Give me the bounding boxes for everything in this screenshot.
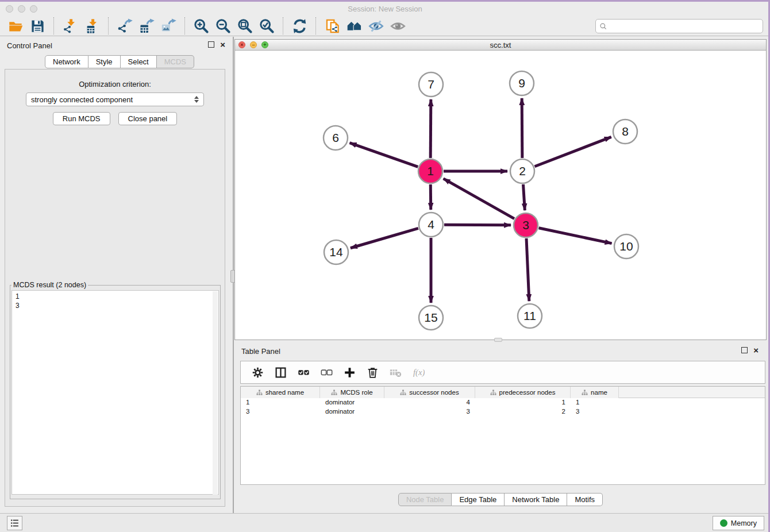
zoom-out-button[interactable] [212,17,234,35]
result-scrollbar[interactable] [213,291,218,495]
tab-mcds[interactable]: MCDS [157,55,194,68]
save-session-button[interactable] [26,17,48,35]
close-panel-icon[interactable]: × [220,41,225,48]
add-column-button[interactable] [340,363,359,381]
graph-node-15[interactable]: 15 [419,306,443,330]
edge-3-10[interactable] [539,228,612,244]
graph-node-14[interactable]: 14 [324,240,348,264]
tab-edge-table[interactable]: Edge Table [452,493,505,506]
tab-select[interactable]: Select [121,55,157,68]
mcds-result-text[interactable]: 13 [11,290,219,495]
task-history-button[interactable] [7,516,22,530]
memory-label: Memory [731,519,757,527]
float-table-panel-icon[interactable] [741,347,748,353]
table-cell[interactable]: 2 [475,407,571,417]
graph-node-2[interactable]: 2 [510,159,534,183]
toolbar-separator [184,17,185,34]
node-label: 7 [428,78,434,91]
graph-node-9[interactable]: 9 [510,71,534,95]
edge-1-6[interactable] [350,143,418,167]
table-cell[interactable]: 3 [384,407,475,417]
edge-3-11[interactable] [526,238,529,301]
column-header-successor-nodes[interactable]: successor nodes [384,387,475,398]
edge-4-3[interactable] [444,225,511,225]
search-input[interactable] [610,22,759,30]
graph-node-7[interactable]: 7 [419,72,443,97]
export-network-button[interactable] [114,17,136,35]
edge-2-8[interactable] [534,137,611,166]
tab-motifs[interactable]: Motifs [567,493,603,506]
export-table-button[interactable] [136,17,157,35]
split-columns-button[interactable] [271,363,290,381]
refresh-button[interactable] [288,17,310,35]
export-image-button[interactable] [157,17,179,35]
duplicate-network-icon [325,18,340,34]
graph-node-1[interactable]: 1 [418,159,442,183]
edge-3-1[interactable] [444,179,514,219]
tab-network[interactable]: Network [45,55,88,68]
table-cell[interactable]: 1 [475,398,571,407]
show-all-button[interactable] [387,17,409,35]
edge-2-9[interactable] [522,98,522,158]
table-cell[interactable]: 4 [384,398,475,407]
panel-splitter[interactable] [233,37,234,513]
node-label: 8 [622,125,629,138]
split-columns-icon [275,367,287,379]
network-window: × – + scc.txt 1234678910111415 [234,39,767,340]
table-cell[interactable]: dominator [320,407,384,417]
column-header-mcds-role[interactable]: MCDS role [320,387,384,398]
table-cell[interactable]: 3 [571,407,619,417]
tab-node-table[interactable]: Node Table [398,493,452,506]
criterion-dropdown[interactable]: strongly connected component [26,92,204,106]
graph-node-3[interactable]: 3 [514,213,538,237]
gear-button[interactable] [248,363,267,381]
column-header-shared-name[interactable]: shared name [241,387,320,398]
close-panel-button[interactable]: Close panel [118,112,178,125]
delete-table-button [386,363,405,381]
memory-button[interactable]: Memory [713,516,764,530]
tab-network-table[interactable]: Network Table [505,493,567,506]
import-table-button[interactable] [81,17,103,35]
node-label: 6 [332,131,339,144]
table-cell[interactable]: dominator [320,398,384,407]
search-box[interactable] [595,19,763,33]
float-panel-icon[interactable] [208,41,214,48]
network-graph[interactable]: 1234678910111415 [235,51,766,340]
column-label: MCDS role [340,389,372,396]
graph-node-4[interactable]: 4 [419,213,443,237]
export-table-icon [139,18,155,34]
open-file-button[interactable] [5,17,26,35]
graph-node-8[interactable]: 8 [613,119,637,144]
network-resize-handle[interactable] [494,338,502,342]
column-header-predecessor-nodes[interactable]: predecessor nodes [475,387,571,398]
network-canvas[interactable]: 1234678910111415 [235,51,766,340]
run-mcds-button[interactable]: Run MCDS [53,112,110,125]
network-window-titlebar[interactable]: × – + scc.txt [235,40,766,51]
home-button[interactable] [343,17,365,35]
table-cell[interactable]: 3 [241,407,320,417]
duplicate-network-button[interactable] [321,17,343,35]
zoom-selected-button[interactable] [256,17,278,35]
hide-unselected-button[interactable] [365,17,387,35]
close-table-panel-icon[interactable]: × [753,347,759,353]
graph-node-6[interactable]: 6 [324,126,348,150]
chevron-up-down-icon [194,96,199,103]
table-row[interactable]: 3dominator323 [241,407,765,417]
edge-1-7[interactable] [430,99,431,158]
export-network-icon [117,18,133,34]
graph-node-10[interactable]: 10 [614,234,638,259]
zoom-fit-button[interactable] [234,17,256,35]
edge-2-3[interactable] [523,184,525,210]
delete-column-button[interactable] [363,363,382,381]
zoom-in-button[interactable] [190,17,212,35]
import-network-button[interactable] [59,17,81,35]
select-all-button[interactable] [294,363,313,381]
column-header-name[interactable]: name [571,387,619,398]
edge-4-14[interactable] [351,228,418,248]
table-row[interactable]: 1dominator411 [241,398,765,407]
tab-style[interactable]: Style [88,55,121,68]
deselect-all-button[interactable] [317,363,336,381]
table-cell[interactable]: 1 [571,398,619,407]
table-cell[interactable]: 1 [241,398,320,407]
graph-node-11[interactable]: 11 [518,304,542,328]
